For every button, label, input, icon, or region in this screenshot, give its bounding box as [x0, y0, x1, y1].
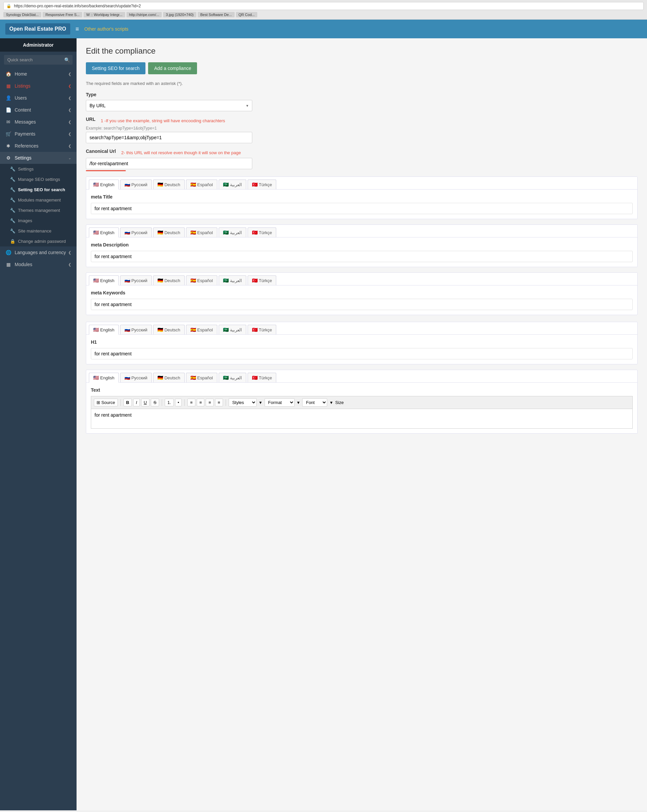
sidebar-item-content[interactable]: 📄 Content ❮ [0, 104, 76, 116]
lang-tab-ar-meta-kw[interactable]: 🇸🇦 العربية [219, 275, 246, 285]
meta-desc-input[interactable] [91, 251, 633, 262]
canonical-input-wrap [86, 158, 638, 171]
lang-tab-es-text[interactable]: 🇪🇸 Español [186, 373, 217, 382]
lang-tab-es-meta-desc[interactable]: 🇪🇸 Español [186, 227, 217, 237]
lang-tab-en-meta-title[interactable]: 🇺🇸 English [89, 180, 119, 189]
editor-format-select[interactable]: Format [265, 398, 295, 407]
lang-tab-es-meta-kw[interactable]: 🇪🇸 Español [186, 275, 217, 285]
type-select[interactable]: By URLBy type [86, 100, 252, 111]
sidebar-item-modules[interactable]: ▦ Modules ❮ [0, 258, 76, 270]
sidebar-item-languages[interactable]: 🌐 Languages and currency ❮ [0, 246, 76, 258]
sidebar-item-references[interactable]: ✱ References ❮ [0, 140, 76, 152]
text-content: Text ⊞ Source B I U S 1. • ≡ ≡ ≡ ≡ [86, 383, 637, 433]
sidebar-item-home[interactable]: 🏠 Home ❮ [0, 68, 76, 80]
lang-tab-en-meta-desc[interactable]: 🇺🇸 English [89, 227, 119, 238]
sidebar-sub-item-themes-mgmt[interactable]: 🔧 Themes management [0, 205, 76, 215]
sidebar-sub-item-site-maintenance[interactable]: 🔧 Site maintenance [0, 226, 76, 236]
lang-label-ru: Русский [131, 230, 148, 235]
meta-title-input[interactable] [91, 203, 633, 214]
lang-tab-ru-meta-desc[interactable]: 🇷🇺 Русский [120, 227, 152, 237]
lang-tab-tr-meta-kw[interactable]: 🇹🇷 Türkçe [248, 275, 277, 285]
editor-font-select[interactable]: Font [302, 398, 327, 407]
sidebar-sub-item-change-password[interactable]: 🔒 Change admin password [0, 236, 76, 246]
sidebar-sub-item-settings[interactable]: 🔧 Settings [0, 164, 76, 174]
flag-es: 🇪🇸 [190, 327, 196, 333]
search-input[interactable] [4, 55, 73, 65]
editor-styles-select[interactable]: Styles [228, 398, 257, 407]
browser-tab[interactable]: QR Cod... [236, 12, 257, 17]
lang-tab-ar-meta-desc[interactable]: 🇸🇦 العربية [219, 227, 246, 237]
lang-tab-es-h1[interactable]: 🇪🇸 Español [186, 325, 217, 334]
lang-label-de: Deutsch [164, 327, 180, 333]
lang-tab-en-h1[interactable]: 🇺🇸 English [89, 325, 119, 335]
browser-tab[interactable]: Synology DiskStat... [3, 12, 41, 17]
meta-desc-content: meta Description [86, 238, 637, 267]
lang-tab-de-meta-title[interactable]: 🇩🇪 Deutsch [153, 180, 185, 189]
lang-tab-ru-meta-title[interactable]: 🇷🇺 Русский [120, 180, 152, 189]
flag-de: 🇩🇪 [157, 327, 163, 333]
editor-italic-btn[interactable]: I [133, 399, 140, 406]
h1-input[interactable] [91, 348, 633, 359]
sidebar-item-messages[interactable]: ✉ Messages ❮ [0, 116, 76, 128]
meta-kw-input[interactable] [91, 299, 633, 310]
hamburger-icon[interactable]: ≡ [76, 26, 79, 33]
lang-tab-de-text[interactable]: 🇩🇪 Deutsch [153, 373, 185, 382]
editor-underline-btn[interactable]: U [141, 399, 149, 406]
sidebar-sub-item-setting-seo-search[interactable]: 🔧 Setting SEO for search [0, 185, 76, 195]
browser-tab[interactable]: W :: Worldpay Integr... [84, 12, 125, 17]
sidebar-item-settings[interactable]: ⚙ Settings ⌄ [0, 152, 76, 164]
lang-tab-en-text[interactable]: 🇺🇸 English [89, 373, 119, 383]
sidebar-item-payments[interactable]: 🛒 Payments ❮ [0, 128, 76, 140]
lang-tab-ru-h1[interactable]: 🇷🇺 Русский [120, 325, 152, 334]
lang-tab-de-h1[interactable]: 🇩🇪 Deutsch [153, 325, 185, 334]
url-label: URL [86, 117, 96, 122]
lang-tab-es-meta-title[interactable]: 🇪🇸 Español [186, 180, 217, 189]
browser-tab[interactable]: Responsive Free S... [43, 12, 82, 17]
lang-tab-ar-text[interactable]: 🇸🇦 العربية [219, 373, 246, 382]
url-input[interactable] [86, 132, 252, 143]
sidebar-item-users[interactable]: 👤 Users ❮ [0, 92, 76, 104]
lang-label-de: Deutsch [164, 230, 180, 235]
lang-tab-tr-meta-desc[interactable]: 🇹🇷 Türkçe [248, 227, 277, 237]
sidebar-search-area: 🔍 [0, 52, 76, 68]
lang-tab-en-meta-kw[interactable]: 🇺🇸 English [89, 275, 119, 285]
add-compliance-button[interactable]: Add a compliance [148, 62, 197, 74]
browser-tab[interactable]: http://stripe.com/... [126, 12, 162, 17]
lang-tab-tr-meta-title[interactable]: 🇹🇷 Türkçe [248, 180, 277, 189]
meta-title-lang-tabs: 🇺🇸 English 🇷🇺 Русский 🇩🇪 Deutsch 🇪🇸 Espa… [86, 177, 637, 189]
setting-seo-search-button[interactable]: Setting SEO for search [86, 62, 145, 74]
editor-align-center-btn[interactable]: ≡ [197, 399, 205, 406]
editor-source-btn[interactable]: ⊞ Source [94, 399, 118, 406]
themes-mgmt-icon: 🔧 [10, 208, 15, 213]
browser-tab[interactable]: 3.jpg (1920×740) [163, 12, 196, 17]
lang-tab-tr-h1[interactable]: 🇹🇷 Türkçe [248, 325, 277, 334]
editor-align-justify-btn[interactable]: ≡ [215, 399, 223, 406]
canonical-url-input[interactable] [86, 158, 252, 169]
lang-tab-ru-meta-kw[interactable]: 🇷🇺 Русский [120, 275, 152, 285]
lang-tab-de-meta-desc[interactable]: 🇩🇪 Deutsch [153, 227, 185, 237]
sidebar-sub-item-images[interactable]: 🔧 Images [0, 215, 76, 226]
lang-tab-ar-meta-title[interactable]: 🇸🇦 العربية [219, 180, 246, 189]
editor-unordered-list-btn[interactable]: • [175, 399, 182, 406]
editor-align-right-btn[interactable]: ≡ [206, 399, 214, 406]
browser-tab[interactable]: Best Software De... [198, 12, 234, 17]
lang-tab-de-meta-kw[interactable]: 🇩🇪 Deutsch [153, 275, 185, 285]
text-editor-area[interactable]: for rent apartment [91, 409, 633, 429]
editor-strikethrough-btn[interactable]: S [151, 399, 159, 406]
sidebar-item-listings[interactable]: ▦ Listings ❮ [0, 80, 76, 92]
editor-align-left-btn[interactable]: ≡ [187, 399, 195, 406]
lang-tab-tr-text[interactable]: 🇹🇷 Türkçe [248, 373, 277, 382]
other-scripts-link[interactable]: Other author's scripts [84, 26, 128, 32]
canonical-url-label: Canonical Url [86, 148, 116, 154]
lang-tab-ar-h1[interactable]: 🇸🇦 العربية [219, 325, 246, 334]
sidebar-sub-item-manage-seo[interactable]: 🔧 Manage SEO settings [0, 174, 76, 185]
lang-label-en: English [100, 230, 114, 235]
lang-tab-ru-text[interactable]: 🇷🇺 Русский [120, 373, 152, 382]
content-icon: 📄 [5, 107, 11, 113]
settings-submenu: 🔧 Settings 🔧 Manage SEO settings 🔧 Setti… [0, 164, 76, 246]
chevron-icon: ❮ [68, 108, 71, 112]
sidebar-sub-item-modules-mgmt[interactable]: 🔧 Modules management [0, 195, 76, 205]
editor-bold-btn[interactable]: B [123, 399, 132, 406]
search-icon[interactable]: 🔍 [64, 57, 70, 63]
editor-ordered-list-btn[interactable]: 1. [165, 399, 174, 406]
